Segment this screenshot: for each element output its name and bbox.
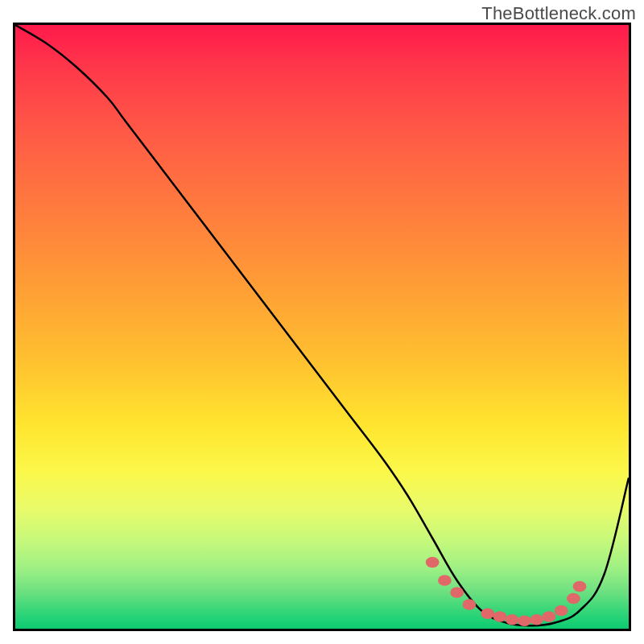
highlight-dot [567,593,580,605]
highlight-dot [438,575,452,586]
curve-svg [15,25,629,629]
highlight-dot [481,609,494,620]
chart-container: TheBottleneck.com [0,0,644,644]
plot-area [13,23,631,631]
highlight-dot [530,614,543,625]
highlight-dot [506,614,519,625]
highlight-dot [493,611,507,622]
bottleneck-curve-line [15,25,629,625]
highlight-dot [555,605,568,617]
highlight-dot [450,587,464,598]
highlight-dot [573,581,587,592]
highlight-dot [462,599,476,610]
highlight-dot [543,611,556,622]
highlight-dot [426,557,440,568]
highlight-dot [518,615,531,626]
watermark-text: TheBottleneck.com [481,3,636,24]
